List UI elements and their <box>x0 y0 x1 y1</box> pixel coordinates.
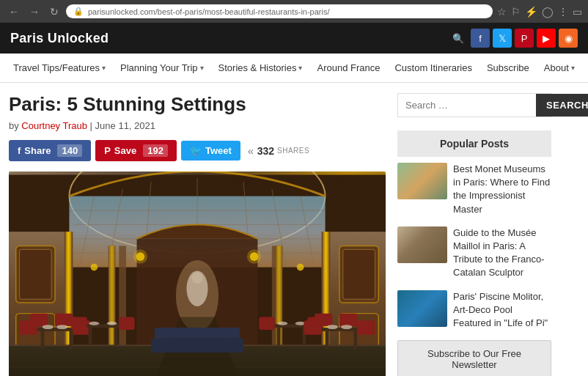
shares-label: SHARES <box>277 147 309 155</box>
total-share-count: « 332 SHARES <box>248 144 309 157</box>
sidebar-search-form: SEARCH <box>397 93 551 117</box>
popular-posts-header: Popular Posts <box>397 130 551 157</box>
address-bar[interactable]: 🔒 parisunlocked.com/best-of-paris/most-b… <box>66 4 493 18</box>
nav-around-france[interactable]: Around France <box>309 54 387 82</box>
nav-subscribe[interactable]: Subscribe <box>479 54 537 82</box>
nav-stories[interactable]: Stories & Histories <box>211 54 310 82</box>
musee-thumbnail <box>397 226 447 263</box>
post-title-2[interactable]: Guide to the Musée Maillol in Paris: A T… <box>453 226 551 280</box>
bookmark-icon[interactable]: ⚐ <box>511 6 521 18</box>
fb-count: 140 <box>57 144 82 157</box>
monet-thumbnail <box>397 163 447 199</box>
pin-count: 192 <box>143 144 168 157</box>
post-thumbnail-1 <box>397 163 447 199</box>
star-icon[interactable]: ☆ <box>497 6 507 18</box>
menu-icon[interactable]: ⋮ <box>558 6 568 18</box>
window-icon[interactable]: ▭ <box>573 6 582 18</box>
pinterest-share-button[interactable]: P Save 192 <box>95 140 177 161</box>
search-icon[interactable]: 🔍 <box>449 29 468 48</box>
nav-travel-tips[interactable]: Travel Tips/Features <box>6 54 113 82</box>
url-text: parisunlocked.com/best-of-paris/most-bea… <box>88 7 330 16</box>
tw-icon: 🐦 <box>190 145 202 156</box>
main-layout: Paris: 5 Stunning Settings by Courtney T… <box>0 83 588 376</box>
nav-custom-itineraries[interactable]: Custom Itineraries <box>387 54 479 82</box>
total-count-value: 332 <box>257 145 274 157</box>
article-image <box>9 172 386 376</box>
content-area: Paris: 5 Stunning Settings by Courtney T… <box>9 93 397 376</box>
pinterest-icon[interactable]: P <box>515 29 534 48</box>
nav-planning[interactable]: Planning Your Trip <box>113 54 211 82</box>
facebook-icon[interactable]: f <box>471 29 490 48</box>
refresh-button[interactable]: ↻ <box>47 6 62 18</box>
search-input[interactable] <box>398 94 536 117</box>
popular-post-3: Paris' Piscine Molitor, Art-Deco Pool Fe… <box>397 290 551 331</box>
browser-chrome: ← → ↻ 🔒 parisunlocked.com/best-of-paris/… <box>0 0 588 23</box>
extension-icon[interactable]: ⚡ <box>525 6 537 18</box>
twitter-share-button[interactable]: 🐦 Tweet <box>181 141 240 161</box>
article-date: June 11, 2021 <box>95 120 155 131</box>
site-logo[interactable]: Paris Unlocked <box>10 31 109 46</box>
popular-post-2: Guide to the Musée Maillol in Paris: A T… <box>397 226 551 280</box>
restaurant-illustration <box>9 172 386 376</box>
byline-text: by <box>9 120 19 131</box>
pin-icon: P <box>104 145 111 156</box>
back-button[interactable]: ← <box>6 6 22 18</box>
pin-save-label: Save <box>114 145 136 156</box>
nav-about[interactable]: About <box>537 54 582 82</box>
sidebar: SEARCH Popular Posts Best Monet Museums … <box>397 93 551 376</box>
post-title-3[interactable]: Paris' Piscine Molitor, Art-Deco Pool Fe… <box>453 290 551 331</box>
fb-icon: f <box>18 145 21 156</box>
search-button[interactable]: SEARCH <box>536 94 588 117</box>
share-icon: « <box>248 144 254 157</box>
nav-bar: Travel Tips/Features Planning Your Trip … <box>0 54 588 83</box>
site-header: Paris Unlocked 🔍 f 𝕏 P ▶ ◉ <box>0 23 588 54</box>
share-bar: f Share 140 P Save 192 🐦 Tweet « 332 SHA… <box>9 140 386 161</box>
subscribe-newsletter-button[interactable]: Subscribe to Our Free Newsletter <box>397 340 551 376</box>
browser-icons: ☆ ⚐ ⚡ ◯ ⋮ ▭ <box>497 6 582 18</box>
author-link[interactable]: Courtney Traub <box>21 120 87 131</box>
lock-icon: 🔒 <box>73 7 84 16</box>
svg-rect-80 <box>9 175 386 376</box>
twitter-icon[interactable]: 𝕏 <box>493 29 512 48</box>
forward-button[interactable]: → <box>26 6 43 18</box>
meta-separator: | <box>90 120 95 131</box>
fb-share-label: Share <box>24 145 51 156</box>
popular-post-1: Best Monet Museums in Paris: Where to Fi… <box>397 163 551 216</box>
profile-icon[interactable]: ◯ <box>542 6 554 18</box>
article-title: Paris: 5 Stunning Settings <box>9 93 386 116</box>
youtube-icon[interactable]: ▶ <box>537 29 556 48</box>
tw-label: Tweet <box>205 145 232 156</box>
post-thumbnail-3 <box>397 290 447 327</box>
header-icons: 🔍 f 𝕏 P ▶ ◉ <box>449 29 578 48</box>
post-title-1[interactable]: Best Monet Museums in Paris: Where to Fi… <box>453 163 551 216</box>
rss-icon[interactable]: ◉ <box>559 29 578 48</box>
pool-thumbnail <box>397 290 447 327</box>
article-meta: by Courtney Traub | June 11, 2021 <box>9 120 386 131</box>
facebook-share-button[interactable]: f Share 140 <box>9 140 91 161</box>
post-thumbnail-2 <box>397 226 447 263</box>
